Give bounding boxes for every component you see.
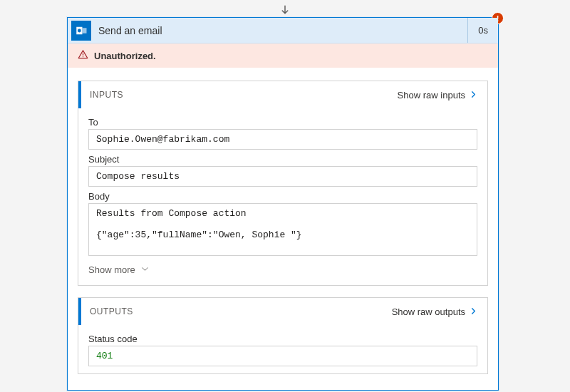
to-value[interactable]: Sophie.Owen@fabrikam.com: [88, 129, 477, 150]
inputs-title: INPUTS: [90, 90, 123, 100]
outputs-section: OUTPUTS Show raw outputs Status code 401: [78, 297, 488, 374]
show-raw-inputs-label: Show raw inputs: [398, 90, 465, 100]
show-raw-outputs-label: Show raw outputs: [392, 306, 465, 317]
chevron-right-icon: [470, 306, 477, 317]
svg-point-4: [83, 56, 83, 57]
body-value[interactable]: Results from Compose action {"age":35,"f…: [88, 203, 477, 256]
card-header[interactable]: Send an email 0s: [68, 18, 498, 43]
show-raw-outputs-link[interactable]: Show raw outputs: [392, 306, 477, 317]
outlook-icon: [71, 21, 91, 41]
show-more-label: Show more: [88, 264, 135, 275]
action-duration: 0s: [467, 18, 498, 43]
status-code-label: Status code: [88, 334, 477, 344]
svg-point-2: [78, 29, 81, 32]
action-card: ! Send an email 0s Unauthorized. INPUTS …: [67, 17, 499, 391]
status-code-value[interactable]: 401: [88, 346, 477, 366]
to-label: To: [88, 117, 477, 128]
chevron-right-icon: [470, 90, 477, 100]
show-more-button[interactable]: Show more: [88, 264, 477, 278]
subject-value[interactable]: Compose results: [88, 166, 477, 187]
show-raw-inputs-link[interactable]: Show raw inputs: [398, 90, 477, 100]
subject-label: Subject: [88, 154, 477, 165]
error-banner: Unauthorized.: [68, 43, 498, 68]
chevron-down-icon: [141, 264, 149, 275]
error-message: Unauthorized.: [94, 51, 156, 61]
warning-icon: [78, 49, 88, 62]
svg-rect-1: [83, 28, 87, 33]
body-label: Body: [88, 191, 477, 202]
inputs-section: INPUTS Show raw inputs To Sophie.Owen@fa…: [78, 81, 488, 286]
action-title: Send an email: [98, 25, 162, 36]
outputs-title: OUTPUTS: [90, 306, 133, 316]
